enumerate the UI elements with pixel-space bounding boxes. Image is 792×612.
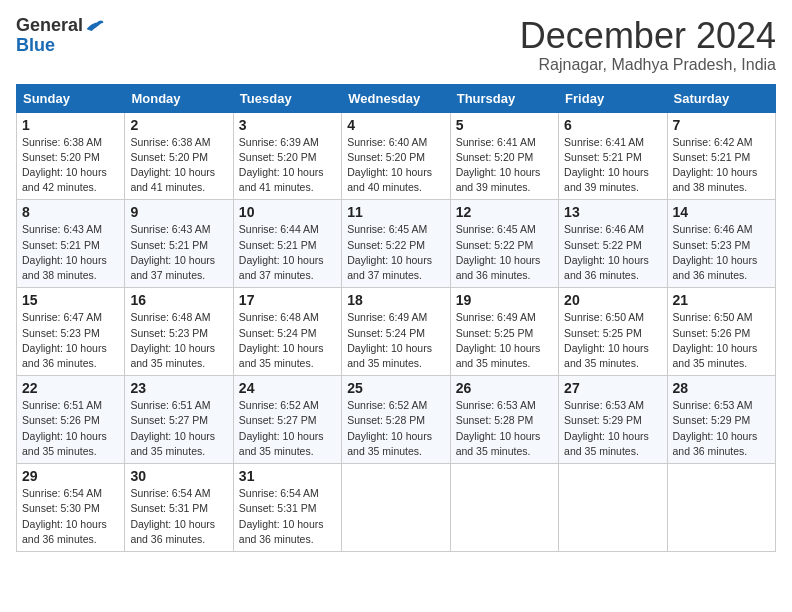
day-number: 3 (239, 117, 336, 133)
day-number: 24 (239, 380, 336, 396)
day-number: 8 (22, 204, 119, 220)
day-info: Sunrise: 6:51 AM Sunset: 5:26 PM Dayligh… (22, 398, 119, 459)
table-row: 6 Sunrise: 6:41 AM Sunset: 5:21 PM Dayli… (559, 112, 667, 200)
day-info: Sunrise: 6:50 AM Sunset: 5:25 PM Dayligh… (564, 310, 661, 371)
table-row: 23 Sunrise: 6:51 AM Sunset: 5:27 PM Dayl… (125, 376, 233, 464)
table-row: 22 Sunrise: 6:51 AM Sunset: 5:26 PM Dayl… (17, 376, 125, 464)
table-row: 18 Sunrise: 6:49 AM Sunset: 5:24 PM Dayl… (342, 288, 450, 376)
day-number: 15 (22, 292, 119, 308)
table-row: 30 Sunrise: 6:54 AM Sunset: 5:31 PM Dayl… (125, 464, 233, 552)
title-section: December 2024 Rajnagar, Madhya Pradesh, … (520, 16, 776, 74)
logo-bird-icon (85, 16, 105, 36)
day-info: Sunrise: 6:38 AM Sunset: 5:20 PM Dayligh… (130, 135, 227, 196)
day-info: Sunrise: 6:46 AM Sunset: 5:23 PM Dayligh… (673, 222, 770, 283)
day-info: Sunrise: 6:38 AM Sunset: 5:20 PM Dayligh… (22, 135, 119, 196)
table-row: 26 Sunrise: 6:53 AM Sunset: 5:28 PM Dayl… (450, 376, 558, 464)
calendar-table: Sunday Monday Tuesday Wednesday Thursday… (16, 84, 776, 552)
day-number: 18 (347, 292, 444, 308)
table-row: 14 Sunrise: 6:46 AM Sunset: 5:23 PM Dayl… (667, 200, 775, 288)
table-row: 7 Sunrise: 6:42 AM Sunset: 5:21 PM Dayli… (667, 112, 775, 200)
day-info: Sunrise: 6:48 AM Sunset: 5:24 PM Dayligh… (239, 310, 336, 371)
day-number: 27 (564, 380, 661, 396)
day-number: 23 (130, 380, 227, 396)
day-info: Sunrise: 6:51 AM Sunset: 5:27 PM Dayligh… (130, 398, 227, 459)
day-number: 29 (22, 468, 119, 484)
day-info: Sunrise: 6:48 AM Sunset: 5:23 PM Dayligh… (130, 310, 227, 371)
table-row (342, 464, 450, 552)
day-info: Sunrise: 6:39 AM Sunset: 5:20 PM Dayligh… (239, 135, 336, 196)
day-info: Sunrise: 6:54 AM Sunset: 5:30 PM Dayligh… (22, 486, 119, 547)
page-title: December 2024 (520, 16, 776, 56)
table-row: 11 Sunrise: 6:45 AM Sunset: 5:22 PM Dayl… (342, 200, 450, 288)
header-tuesday: Tuesday (233, 84, 341, 112)
day-info: Sunrise: 6:53 AM Sunset: 5:29 PM Dayligh… (564, 398, 661, 459)
header-friday: Friday (559, 84, 667, 112)
table-row (559, 464, 667, 552)
day-number: 11 (347, 204, 444, 220)
table-row (667, 464, 775, 552)
table-row: 13 Sunrise: 6:46 AM Sunset: 5:22 PM Dayl… (559, 200, 667, 288)
day-number: 16 (130, 292, 227, 308)
table-row: 12 Sunrise: 6:45 AM Sunset: 5:22 PM Dayl… (450, 200, 558, 288)
calendar-week-row: 15 Sunrise: 6:47 AM Sunset: 5:23 PM Dayl… (17, 288, 776, 376)
day-info: Sunrise: 6:47 AM Sunset: 5:23 PM Dayligh… (22, 310, 119, 371)
header-monday: Monday (125, 84, 233, 112)
day-info: Sunrise: 6:41 AM Sunset: 5:20 PM Dayligh… (456, 135, 553, 196)
table-row: 27 Sunrise: 6:53 AM Sunset: 5:29 PM Dayl… (559, 376, 667, 464)
header-saturday: Saturday (667, 84, 775, 112)
day-number: 6 (564, 117, 661, 133)
day-info: Sunrise: 6:54 AM Sunset: 5:31 PM Dayligh… (239, 486, 336, 547)
day-info: Sunrise: 6:40 AM Sunset: 5:20 PM Dayligh… (347, 135, 444, 196)
table-row: 19 Sunrise: 6:49 AM Sunset: 5:25 PM Dayl… (450, 288, 558, 376)
table-row: 20 Sunrise: 6:50 AM Sunset: 5:25 PM Dayl… (559, 288, 667, 376)
day-info: Sunrise: 6:43 AM Sunset: 5:21 PM Dayligh… (22, 222, 119, 283)
day-number: 14 (673, 204, 770, 220)
table-row: 29 Sunrise: 6:54 AM Sunset: 5:30 PM Dayl… (17, 464, 125, 552)
day-number: 31 (239, 468, 336, 484)
logo: General Blue (16, 16, 105, 56)
day-number: 9 (130, 204, 227, 220)
day-info: Sunrise: 6:45 AM Sunset: 5:22 PM Dayligh… (347, 222, 444, 283)
day-number: 22 (22, 380, 119, 396)
table-row: 10 Sunrise: 6:44 AM Sunset: 5:21 PM Dayl… (233, 200, 341, 288)
calendar-week-row: 22 Sunrise: 6:51 AM Sunset: 5:26 PM Dayl… (17, 376, 776, 464)
table-row: 25 Sunrise: 6:52 AM Sunset: 5:28 PM Dayl… (342, 376, 450, 464)
day-number: 1 (22, 117, 119, 133)
day-number: 28 (673, 380, 770, 396)
day-number: 20 (564, 292, 661, 308)
day-info: Sunrise: 6:49 AM Sunset: 5:25 PM Dayligh… (456, 310, 553, 371)
day-number: 7 (673, 117, 770, 133)
day-number: 2 (130, 117, 227, 133)
day-number: 17 (239, 292, 336, 308)
weekday-header-row: Sunday Monday Tuesday Wednesday Thursday… (17, 84, 776, 112)
table-row: 17 Sunrise: 6:48 AM Sunset: 5:24 PM Dayl… (233, 288, 341, 376)
table-row (450, 464, 558, 552)
day-info: Sunrise: 6:49 AM Sunset: 5:24 PM Dayligh… (347, 310, 444, 371)
day-number: 19 (456, 292, 553, 308)
table-row: 2 Sunrise: 6:38 AM Sunset: 5:20 PM Dayli… (125, 112, 233, 200)
page-subtitle: Rajnagar, Madhya Pradesh, India (520, 56, 776, 74)
day-number: 5 (456, 117, 553, 133)
day-info: Sunrise: 6:54 AM Sunset: 5:31 PM Dayligh… (130, 486, 227, 547)
table-row: 3 Sunrise: 6:39 AM Sunset: 5:20 PM Dayli… (233, 112, 341, 200)
day-number: 13 (564, 204, 661, 220)
day-number: 4 (347, 117, 444, 133)
day-number: 26 (456, 380, 553, 396)
day-info: Sunrise: 6:50 AM Sunset: 5:26 PM Dayligh… (673, 310, 770, 371)
table-row: 8 Sunrise: 6:43 AM Sunset: 5:21 PM Dayli… (17, 200, 125, 288)
header-sunday: Sunday (17, 84, 125, 112)
table-row: 1 Sunrise: 6:38 AM Sunset: 5:20 PM Dayli… (17, 112, 125, 200)
day-info: Sunrise: 6:44 AM Sunset: 5:21 PM Dayligh… (239, 222, 336, 283)
page-header: General Blue December 2024 Rajnagar, Mad… (16, 16, 776, 74)
day-number: 30 (130, 468, 227, 484)
day-info: Sunrise: 6:52 AM Sunset: 5:27 PM Dayligh… (239, 398, 336, 459)
day-info: Sunrise: 6:53 AM Sunset: 5:28 PM Dayligh… (456, 398, 553, 459)
table-row: 24 Sunrise: 6:52 AM Sunset: 5:27 PM Dayl… (233, 376, 341, 464)
logo-text-general: General (16, 16, 83, 36)
day-info: Sunrise: 6:41 AM Sunset: 5:21 PM Dayligh… (564, 135, 661, 196)
table-row: 16 Sunrise: 6:48 AM Sunset: 5:23 PM Dayl… (125, 288, 233, 376)
header-wednesday: Wednesday (342, 84, 450, 112)
day-number: 10 (239, 204, 336, 220)
table-row: 9 Sunrise: 6:43 AM Sunset: 5:21 PM Dayli… (125, 200, 233, 288)
day-info: Sunrise: 6:46 AM Sunset: 5:22 PM Dayligh… (564, 222, 661, 283)
